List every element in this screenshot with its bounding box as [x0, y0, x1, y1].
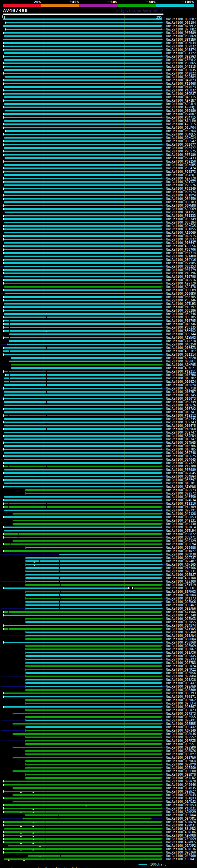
alignment-row[interactable]: UniRef100_Q9SAW6: [0, 607, 197, 610]
alignment-bar[interactable]: [26, 621, 161, 623]
alignment-bar[interactable]: [26, 750, 161, 752]
subject-label[interactable]: UniRef100_A9PJ78: [166, 285, 196, 288]
alignment-row[interactable]: UniRef100_A9XP21: [0, 366, 197, 370]
alignment-bar[interactable]: [26, 652, 161, 653]
alignment-row[interactable]: UniRef100_A2ZJQ0: [0, 580, 197, 583]
alignment-row[interactable]: UniRef100_C1JZ18: [0, 339, 197, 343]
alignment-row[interactable]: UniRef100_Q9ZWG4: [0, 759, 197, 763]
alignment-bar[interactable]: [26, 655, 161, 657]
subject-label[interactable]: UniRef100_Q107B2: [166, 377, 196, 380]
alignment-row[interactable]: UniRef100_Q2QTJ1: [0, 570, 197, 573]
alignment-bar[interactable]: [4, 456, 161, 457]
alignment-bar[interactable]: [4, 395, 161, 396]
alignment-row[interactable]: UniRef100_B6RHQ3: [0, 590, 197, 593]
alignment-row[interactable]: UniRef100_Q9SAX1: [0, 719, 197, 722]
alignment-row[interactable]: UniRef100_P07089: [0, 468, 197, 471]
alignment-row[interactable]: UniRef100_Q9SAX3: [0, 658, 197, 661]
alignment-bar[interactable]: [26, 594, 161, 596]
alignment-row[interactable]: UniRef100_O49130: [0, 522, 197, 526]
subject-label[interactable]: UniRef100_Q9SAW6: [166, 607, 196, 610]
subject-label[interactable]: UniRef100_Q9SNZ8: [166, 780, 196, 783]
subject-label[interactable]: UniRef100_Q08186: [166, 309, 196, 312]
alignment-bar[interactable]: [26, 679, 161, 680]
alignment-bar[interactable]: [26, 740, 161, 741]
alignment-row[interactable]: UniRef100_Q9SAW7: [0, 603, 197, 607]
subject-label[interactable]: UniRef100_Q36688: [166, 546, 196, 549]
alignment-row[interactable]: UniRef100_Q9ZSS1: [0, 742, 197, 746]
subject-label[interactable]: UniRef100_Q39749: [166, 401, 196, 404]
alignment-row[interactable]: UniRef100_A9PHQ1: [0, 105, 197, 109]
alignment-bar[interactable]: [3, 19, 161, 20]
subject-label[interactable]: UniRef100_P08705: [166, 296, 196, 299]
alignment-row[interactable]: UniRef100_Q107B6: [0, 444, 197, 448]
alignment-bar[interactable]: [4, 266, 161, 267]
subject-label[interactable]: UniRef100_Q3LFQ4: [166, 126, 196, 129]
alignment-row[interactable]: UniRef100_P16031: [0, 807, 197, 810]
alignment-row[interactable]: UniRef100_O49128: [0, 512, 197, 516]
subject-label[interactable]: UniRef100_A1YN03: [166, 336, 196, 339]
subject-label[interactable]: UniRef100_Q9TLH3: [166, 302, 196, 305]
alignment-row[interactable]: UniRef100_A6N149: [0, 729, 197, 732]
alignment-bar[interactable]: [4, 66, 161, 67]
alignment-row[interactable]: UniRef100_Q9ZWG2: [0, 698, 197, 702]
alignment-bar[interactable]: [4, 496, 161, 498]
subject-label[interactable]: UniRef100_P69250: [166, 160, 196, 163]
subject-label[interactable]: UniRef100_A6N165: [166, 563, 196, 566]
alignment-bar[interactable]: [4, 452, 161, 454]
subject-label[interactable]: UniRef100_Q2QTJ1: [166, 570, 196, 573]
alignment-bar[interactable]: [4, 448, 161, 450]
subject-label[interactable]: UniRef100_Q9SNW4: [166, 814, 196, 817]
alignment-bar[interactable]: [4, 483, 161, 484]
alignment-row[interactable]: UniRef100_A1YN03: [0, 336, 197, 339]
alignment-bar[interactable]: [4, 100, 161, 101]
alignment-bar[interactable]: [4, 422, 161, 423]
alignment-row[interactable]: UniRef100_P00865: [0, 62, 197, 65]
subject-label[interactable]: UniRef100_A9NMJ1: [166, 824, 196, 827]
alignment-row[interactable]: UniRef100_P05348: [0, 614, 197, 617]
subject-label[interactable]: UniRef100_P08474: [166, 167, 196, 170]
subject-label[interactable]: UniRef100_Q5ZF97: [166, 478, 196, 482]
alignment-row[interactable]: UniRef100_Q9T4H0: [0, 255, 197, 258]
alignment-row[interactable]: UniRef100_Q9AUJ5: [0, 786, 197, 790]
alignment-bar[interactable]: [26, 753, 161, 755]
alignment-bar[interactable]: [26, 560, 161, 562]
alignment-row[interactable]: UniRef100_Q84QE5: [0, 133, 197, 136]
alignment-bar[interactable]: [11, 357, 161, 359]
alignment-row[interactable]: UniRef100_A7YVW5: [0, 627, 197, 630]
subject-label[interactable]: UniRef100_P19311: [166, 370, 196, 373]
subject-label[interactable]: UniRef100_Q2I314: [166, 353, 196, 356]
alignment-bar[interactable]: [4, 696, 161, 698]
alignment-bar[interactable]: [5, 212, 161, 213]
alignment-row[interactable]: UniRef100_P26576: [0, 184, 197, 187]
alignment-bar[interactable]: [4, 215, 161, 216]
alignment-bar[interactable]: [4, 462, 161, 464]
subject-label[interactable]: UniRef100_Q3ECH1: [166, 587, 196, 590]
alignment-row[interactable]: UniRef100_Q8GRJ7: [0, 92, 197, 95]
alignment-bar[interactable]: [4, 516, 161, 518]
alignment-bar[interactable]: [4, 537, 161, 538]
subject-label[interactable]: UniRef100_Q5ZF94: [166, 543, 196, 546]
alignment-row[interactable]: UniRef100_Q106Z4: [0, 380, 197, 383]
subject-label[interactable]: UniRef100_P12468: [166, 82, 196, 85]
subject-label[interactable]: UniRef100_A0FIP7: [166, 350, 196, 353]
subject-label[interactable]: UniRef100_Q9ZWG7: [166, 648, 196, 651]
subject-label[interactable]: UniRef100_Q9SAX5: [166, 655, 196, 658]
alignment-bar[interactable]: [4, 503, 161, 504]
alignment-row[interactable]: UniRef100_Q08186: [0, 309, 197, 312]
subject-label[interactable]: UniRef100_Q84NG4: [166, 475, 196, 478]
alignment-bar[interactable]: [26, 645, 161, 647]
subject-label[interactable]: UniRef100_A9XP20: [166, 356, 196, 360]
subject-label[interactable]: UniRef100_Q9SAX6: [166, 651, 196, 654]
alignment-row[interactable]: UniRef100_P27985: [0, 261, 197, 265]
alignment-bar[interactable]: [4, 337, 161, 338]
alignment-row[interactable]: UniRef100_A9NNZ8: [0, 820, 197, 824]
subject-label[interactable]: UniRef100_P10053: [166, 804, 196, 807]
alignment-bar[interactable]: [26, 567, 161, 569]
subject-label[interactable]: UniRef100_Q9SAX8: [166, 678, 196, 681]
alignment-row[interactable]: UniRef100_Q107A7: [0, 438, 197, 441]
alignment-bar[interactable]: [26, 676, 161, 677]
subject-label[interactable]: UniRef100_B6RHQ4: [166, 638, 196, 641]
alignment-row[interactable]: UniRef100_B1PLM0: [0, 119, 197, 123]
alignment-bar[interactable]: [26, 720, 161, 721]
alignment-bar[interactable]: [26, 493, 161, 494]
